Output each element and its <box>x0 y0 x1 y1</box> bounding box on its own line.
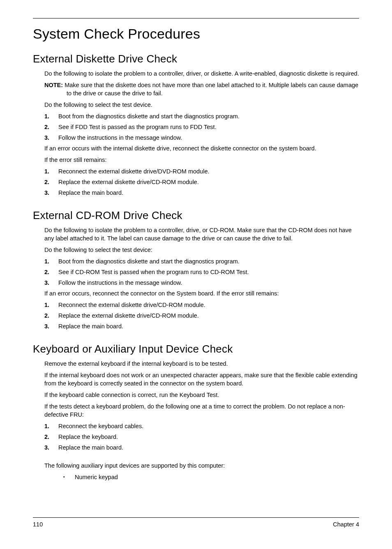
cdrom-select-intro: Do the following to select the test devi… <box>44 246 359 254</box>
step-number: 2. <box>44 268 58 276</box>
list-item: 3.Replace the main board. <box>44 189 359 197</box>
page-content: System Check Procedures External Diskett… <box>0 0 392 481</box>
diskette-intro: Do the following to isolate the problem … <box>44 69 359 78</box>
diskette-select-intro: Do the following to select the test devi… <box>44 101 359 109</box>
diskette-post1: If an error occurs with the internal dis… <box>44 144 359 152</box>
list-item: •Numeric keypad <box>61 473 359 481</box>
step-number: 1. <box>44 112 58 120</box>
list-item: 2.See if CD-ROM Test is passed when the … <box>44 268 359 276</box>
keyboard-p2: If the internal keyboard does not work o… <box>44 371 359 388</box>
step-text: Replace the main board. <box>58 443 123 452</box>
step-text: Replace the main board. <box>58 189 123 197</box>
step-text: Follow the instructions in the message w… <box>58 279 182 287</box>
keyboard-p4: If the tests detect a keyboard problem, … <box>44 402 359 419</box>
note-label: NOTE: <box>44 82 63 88</box>
step-text: Replace the external diskette drive/CD-R… <box>58 311 199 320</box>
step-number: 2. <box>44 433 58 441</box>
step-text: See if CD-ROM Test is passed when the pr… <box>58 268 249 276</box>
heading-diskette: External Diskette Drive Check <box>33 53 359 65</box>
cdrom-steps-1: 1.Boot from the diagnostics diskette and… <box>44 257 359 287</box>
diskette-steps-1: 1.Boot from the diagnostics diskette and… <box>44 112 359 142</box>
list-item: 3.Follow the instructions in the message… <box>44 279 359 287</box>
bullet-text: Numeric keypad <box>75 473 118 481</box>
diskette-post2: If the error still remains: <box>44 156 359 164</box>
page-footer: 110 Chapter 4 <box>33 517 359 528</box>
list-item: 2.Replace the external diskette drive/CD… <box>44 311 359 320</box>
step-text: Reconnect the external diskette drive/CD… <box>58 301 205 309</box>
keyboard-p1: Remove the external keyboard if the inte… <box>44 360 359 368</box>
cdrom-post1: If an error occurs, reconnect the connec… <box>44 289 359 298</box>
list-item: 3.Replace the main board. <box>44 322 359 330</box>
block-keyboard: Remove the external keyboard if the inte… <box>33 360 359 481</box>
list-item: 2.Replace the external diskette drive/CD… <box>44 178 359 186</box>
heading-cdrom: External CD-ROM Drive Check <box>33 209 359 222</box>
step-text: Replace the external diskette drive/CD-R… <box>58 178 199 186</box>
list-item: 1.Boot from the diagnostics diskette and… <box>44 257 359 265</box>
step-number: 2. <box>44 178 58 186</box>
step-number: 3. <box>44 279 58 287</box>
step-text: Boot from the diagnostics diskette and s… <box>58 257 240 265</box>
list-item: 1.Reconnect the keyboard cables. <box>44 422 359 430</box>
list-item: 2.Replace the keyboard. <box>44 433 359 441</box>
keyboard-aux-intro: The following auxiliary input devices ar… <box>44 461 359 470</box>
keyboard-p3: If the keyboard cable connection is corr… <box>44 391 359 399</box>
bullet-icon: • <box>61 473 75 481</box>
step-number: 1. <box>44 257 58 265</box>
list-item: 1.Reconnect the external diskette drive/… <box>44 301 359 309</box>
footer-page-number: 110 <box>33 521 43 528</box>
diskette-note: NOTE: Make sure that the diskette does n… <box>44 81 359 97</box>
page-title: System Check Procedures <box>33 26 359 42</box>
step-text: Replace the keyboard. <box>58 433 118 441</box>
step-number: 3. <box>44 322 58 330</box>
step-number: 2. <box>44 123 58 131</box>
step-number: 1. <box>44 167 58 175</box>
step-text: Boot from the diagnostics diskette and s… <box>58 112 240 120</box>
step-number: 3. <box>44 189 58 197</box>
step-number: 1. <box>44 422 58 430</box>
note-text: Make sure that the diskette does not hav… <box>65 82 358 97</box>
block-cdrom: Do the following to isolate the problem … <box>33 226 359 330</box>
step-number: 3. <box>44 134 58 142</box>
cdrom-steps-2: 1.Reconnect the external diskette drive/… <box>44 301 359 330</box>
cdrom-intro: Do the following to isolate the problem … <box>44 226 359 242</box>
step-text: Reconnect the keyboard cables. <box>58 422 143 430</box>
list-item: 3.Follow the instructions in the message… <box>44 134 359 142</box>
block-diskette: Do the following to isolate the problem … <box>33 69 359 197</box>
step-text: Reconnect the external diskette drive/DV… <box>58 167 210 175</box>
step-number: 1. <box>44 301 58 309</box>
list-item: 3.Replace the main board. <box>44 443 359 452</box>
list-item: 1.Boot from the diagnostics diskette and… <box>44 112 359 120</box>
list-item: 2.See if FDD Test is passed as the progr… <box>44 123 359 131</box>
step-number: 3. <box>44 443 58 452</box>
heading-keyboard: Keyboard or Auxiliary Input Device Check <box>33 343 359 355</box>
step-text: Follow the instructions in the message w… <box>58 134 182 142</box>
step-text: See if FDD Test is passed as the program… <box>58 123 217 131</box>
step-number: 2. <box>44 311 58 320</box>
list-item: 1.Reconnect the external diskette drive/… <box>44 167 359 175</box>
keyboard-steps: 1.Reconnect the keyboard cables. 2.Repla… <box>44 422 359 452</box>
footer-chapter: Chapter 4 <box>333 521 359 528</box>
diskette-steps-2: 1.Reconnect the external diskette drive/… <box>44 167 359 197</box>
keyboard-aux-list: •Numeric keypad <box>61 473 359 481</box>
step-text: Replace the main board. <box>58 322 123 330</box>
top-rule <box>33 18 359 18</box>
